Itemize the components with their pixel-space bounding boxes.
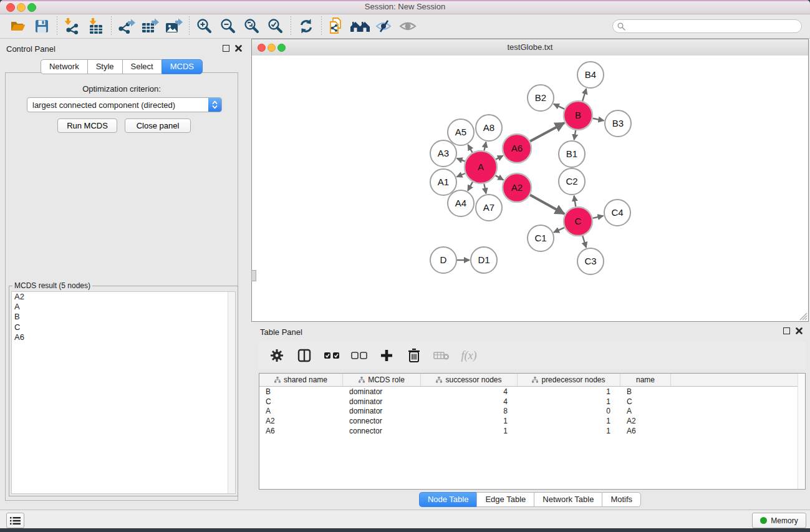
node-C[interactable]: C <box>564 207 592 236</box>
tab-select[interactable]: Select <box>122 59 162 74</box>
mcds-result-list[interactable]: A2ABCA6 <box>11 291 236 494</box>
column-header-shared-name[interactable]: shared name <box>259 374 343 386</box>
hide-selected-button[interactable] <box>372 16 396 36</box>
node-C4[interactable]: C4 <box>604 200 630 226</box>
edge-A-A3[interactable] <box>457 158 465 162</box>
open-file-button[interactable] <box>6 16 30 36</box>
node-A[interactable]: A <box>465 151 497 183</box>
edge-A-A4[interactable] <box>468 182 473 191</box>
result-item[interactable]: A6 <box>12 332 235 342</box>
node-A8[interactable]: A8 <box>476 115 502 141</box>
home-layout-button[interactable] <box>349 16 372 36</box>
node-C1[interactable]: C1 <box>528 225 554 251</box>
split-handle[interactable] <box>251 270 256 281</box>
column-header-MCDS-role[interactable]: MCDS role <box>343 374 421 386</box>
zoom-out-button[interactable] <box>216 16 240 36</box>
edge-A-A5[interactable] <box>468 145 472 153</box>
edge-C-C4[interactable] <box>592 216 603 218</box>
table-row[interactable]: A2connector11A2 <box>259 416 805 426</box>
tab-edge-table[interactable]: Edge Table <box>476 492 534 507</box>
network-graph[interactable]: AA6A2BCB4B2B3A5A8B1A3A1C2A4A7C4C1C3DD1 <box>252 56 808 322</box>
edge-A6-B[interactable] <box>530 123 564 142</box>
edge-A-A8[interactable] <box>485 142 486 151</box>
tab-motifs[interactable]: Motifs <box>602 492 641 507</box>
edge-C-C1[interactable] <box>554 228 564 233</box>
tab-mcds[interactable]: MCDS <box>162 59 203 74</box>
edge-B-B2[interactable] <box>554 104 565 109</box>
zoom-selected-button[interactable] <box>264 16 287 36</box>
edge-C-C3[interactable] <box>582 236 586 248</box>
tab-network[interactable]: Network <box>41 59 87 74</box>
table-scrollbar[interactable] <box>798 374 805 489</box>
table-row[interactable]: Cdominator41C <box>259 397 805 407</box>
zoom-fit-button[interactable] <box>240 16 264 36</box>
result-item[interactable]: A <box>12 302 235 312</box>
delete-row-button[interactable] <box>403 345 425 366</box>
node-A5[interactable]: A5 <box>448 119 474 145</box>
search-input[interactable] <box>612 19 802 33</box>
memory-button[interactable]: Memory <box>752 513 806 528</box>
result-item[interactable]: A2 <box>12 292 235 302</box>
run-mcds-button[interactable]: Run MCDS <box>57 118 117 133</box>
table-row[interactable]: Adominator80A <box>259 407 805 417</box>
edge-A2-C[interactable] <box>530 195 564 214</box>
node-A7[interactable]: A7 <box>476 195 502 221</box>
add-row-button[interactable] <box>376 345 397 366</box>
node-B3[interactable]: B3 <box>605 110 631 137</box>
node-A2[interactable]: A2 <box>503 173 531 202</box>
save-session-button[interactable] <box>30 16 54 36</box>
result-item[interactable]: B <box>12 312 235 322</box>
unselect-all-button[interactable] <box>349 345 370 366</box>
network-window-titlebar[interactable]: testGlobe.txt <box>252 39 808 56</box>
column-header-name[interactable]: name <box>620 374 671 386</box>
node-A3[interactable]: A3 <box>430 140 456 167</box>
delete-table-button[interactable] <box>431 345 452 366</box>
tab-node-table[interactable]: Node Table <box>419 492 477 507</box>
task-history-button[interactable] <box>6 513 24 528</box>
node-B2[interactable]: B2 <box>528 85 554 111</box>
node-A4[interactable]: A4 <box>448 190 474 216</box>
export-table-button[interactable] <box>138 16 162 36</box>
edge-A-A2[interactable] <box>496 175 504 180</box>
export-image-button[interactable] <box>162 16 186 36</box>
result-item[interactable]: C <box>12 322 235 332</box>
resize-grip-icon[interactable] <box>798 311 808 321</box>
column-header-successor-nodes[interactable]: successor nodes <box>421 374 518 386</box>
edge-B-B4[interactable] <box>582 89 586 101</box>
clone-network-button[interactable] <box>325 16 349 36</box>
show-all-button[interactable] <box>396 16 420 36</box>
tab-network-table[interactable]: Network Table <box>534 492 602 507</box>
edge-C-C2[interactable] <box>574 196 576 207</box>
close-panel-button[interactable]: Close panel <box>125 118 191 133</box>
node-A1[interactable]: A1 <box>430 169 456 195</box>
node-A6[interactable]: A6 <box>503 134 531 163</box>
table-row[interactable]: A6connector11A6 <box>259 426 805 436</box>
node-C2[interactable]: C2 <box>559 168 585 195</box>
close-panel-icon[interactable] <box>796 327 803 334</box>
node-D1[interactable]: D1 <box>471 247 497 273</box>
node-D[interactable]: D <box>430 247 456 273</box>
result-list-scrollbar[interactable] <box>228 292 235 493</box>
node-B[interactable]: B <box>564 101 592 130</box>
node-B1[interactable]: B1 <box>559 141 585 167</box>
table-settings-button[interactable] <box>266 345 287 366</box>
column-header-predecessor-nodes[interactable]: predecessor nodes <box>518 374 620 386</box>
node-B4[interactable]: B4 <box>577 62 604 88</box>
refresh-button[interactable] <box>294 16 318 36</box>
edge-A-A1[interactable] <box>456 173 465 177</box>
node-table[interactable]: shared nameMCDS rolesuccessor nodesprede… <box>259 373 806 490</box>
float-panel-icon[interactable] <box>223 45 229 52</box>
show-column-button[interactable] <box>294 345 315 366</box>
optimization-criterion-dropdown[interactable]: largest connected component (directed) <box>27 97 222 112</box>
float-panel-icon[interactable] <box>783 327 790 334</box>
edge-B-B1[interactable] <box>574 130 576 140</box>
node-C3[interactable]: C3 <box>577 248 604 274</box>
table-row[interactable]: Bdominator41B <box>259 387 805 397</box>
select-all-button[interactable] <box>321 345 342 366</box>
edge-A-A7[interactable] <box>484 184 486 194</box>
import-table-button[interactable] <box>84 16 108 36</box>
edge-A-A6[interactable] <box>496 156 503 160</box>
edge-B-B3[interactable] <box>593 118 604 121</box>
network-canvas[interactable]: AA6A2BCB4B2B3A5A8B1A3A1C2A4A7C4C1C3DD1 <box>252 56 808 321</box>
zoom-in-button[interactable] <box>193 16 216 36</box>
